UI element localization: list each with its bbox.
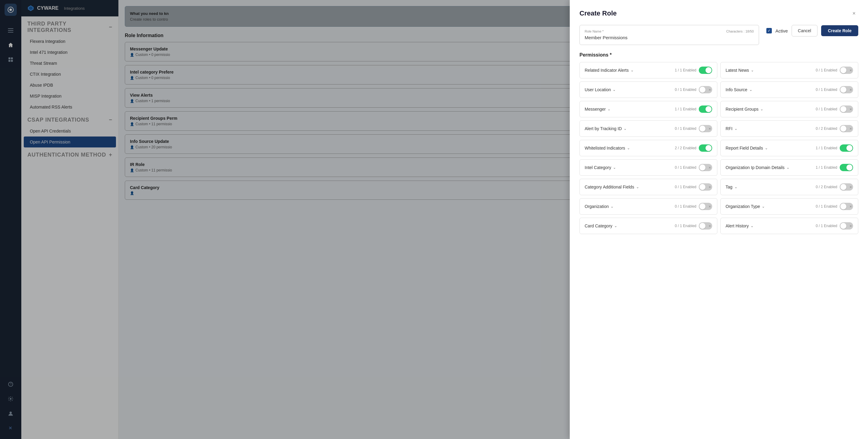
perm-right: 0 / 1 Enabled ✕ — [816, 105, 853, 113]
permission-item: Alert by Tracking ID ⌄ 0 / 1 Enabled ✕ — [580, 121, 717, 137]
perm-right: 0 / 1 Enabled ✕ — [675, 86, 712, 93]
perm-name: Organization — [585, 204, 609, 209]
chevron-down-icon[interactable]: ⌄ — [734, 185, 738, 189]
perm-toggle[interactable]: ✕ — [699, 125, 712, 132]
perm-right: 0 / 1 Enabled ✕ — [675, 203, 712, 210]
perm-name: Alert History — [725, 224, 749, 228]
chevron-down-icon[interactable]: ⌄ — [627, 146, 630, 150]
perm-count: 0 / 1 Enabled — [675, 185, 696, 189]
perm-toggle[interactable]: ✕ — [840, 105, 853, 113]
chevron-down-icon[interactable]: ⌄ — [611, 204, 614, 208]
perm-left: RFI ⌄ — [725, 126, 738, 131]
permission-item: Category Additional Fields ⌄ 0 / 1 Enabl… — [580, 179, 717, 195]
perm-count: 0 / 2 Enabled — [816, 127, 837, 131]
chevron-down-icon[interactable]: ⌄ — [765, 146, 768, 150]
chevron-down-icon[interactable]: ⌄ — [608, 107, 611, 111]
chevron-down-icon[interactable]: ⌄ — [630, 68, 634, 72]
perm-left: Intel Category ⌄ — [585, 165, 616, 170]
perm-count: 0 / 1 Enabled — [675, 127, 696, 131]
perm-count: 0 / 1 Enabled — [816, 88, 837, 92]
perm-count: 1 / 1 Enabled — [675, 107, 696, 111]
chevron-down-icon[interactable]: ⌄ — [749, 88, 752, 92]
create-role-button[interactable]: Create Role — [821, 25, 858, 36]
chevron-down-icon[interactable]: ⌄ — [751, 68, 754, 72]
perm-toggle[interactable] — [699, 144, 712, 152]
role-name-input[interactable] — [585, 35, 754, 40]
chevron-down-icon[interactable]: ⌄ — [750, 224, 753, 228]
active-checkbox[interactable]: ✓ — [766, 28, 772, 33]
perm-name: Messenger — [585, 107, 606, 111]
perm-left: Related Indicator Alerts ⌄ — [585, 68, 634, 73]
permission-item: RFI ⌄ 0 / 2 Enabled ✕ — [720, 121, 858, 137]
chevron-down-icon[interactable]: ⌄ — [614, 224, 617, 228]
perm-toggle[interactable] — [840, 144, 853, 152]
perm-left: Category Additional Fields ⌄ — [585, 184, 639, 190]
perm-right: 0 / 1 Enabled ✕ — [816, 67, 853, 74]
perm-name: Category Additional Fields — [585, 184, 634, 190]
role-name-chars: Characters : 18/50 — [726, 30, 754, 33]
perm-right: 0 / 1 Enabled ✕ — [816, 222, 853, 230]
perm-count: 0 / 1 Enabled — [816, 224, 837, 228]
permission-item: Info Source ⌄ 0 / 1 Enabled ✕ — [720, 81, 858, 98]
perm-name: Related Indicator Alerts — [585, 68, 629, 73]
cancel-button[interactable]: Cancel — [792, 25, 818, 36]
perm-left: Organization ⌄ — [585, 204, 614, 209]
chevron-down-icon[interactable]: ⌄ — [624, 127, 627, 131]
perm-name: Whitelisted Indicators — [585, 146, 625, 150]
chevron-down-icon[interactable]: ⌄ — [762, 204, 765, 208]
perm-right: 1 / 1 Enabled — [675, 105, 712, 113]
perm-right: 2 / 2 Enabled — [675, 144, 712, 152]
perm-name: Organization Ip Domain Details — [725, 165, 785, 170]
role-name-section: Role Name * Characters : 18/50 ✓ Active … — [580, 25, 858, 45]
perm-toggle[interactable]: ✕ — [840, 222, 853, 230]
perm-toggle[interactable]: ✕ — [840, 86, 853, 93]
perm-left: Tag ⌄ — [725, 184, 738, 190]
perm-count: 0 / 1 Enabled — [675, 88, 696, 92]
close-modal-button[interactable]: × — [850, 9, 858, 18]
modal-header: Create Role × — [580, 9, 858, 18]
perm-toggle[interactable] — [699, 67, 712, 74]
perm-right: 1 / 1 Enabled — [816, 164, 853, 171]
perm-toggle[interactable]: ✕ — [699, 203, 712, 210]
perm-toggle[interactable]: ✕ — [699, 164, 712, 171]
perm-name: Report Field Details — [725, 146, 763, 150]
perm-left: Organization Type ⌄ — [725, 204, 765, 209]
perm-right: 0 / 1 Enabled ✕ — [816, 86, 853, 93]
perm-toggle[interactable]: ✕ — [699, 86, 712, 93]
perm-count: 0 / 1 Enabled — [675, 165, 696, 170]
perm-toggle[interactable]: ✕ — [699, 183, 712, 191]
permission-item: Tag ⌄ 0 / 2 Enabled ✕ — [720, 179, 858, 195]
perm-toggle[interactable]: ✕ — [840, 67, 853, 74]
modal-title: Create Role — [580, 9, 617, 17]
perm-name: Alert by Tracking ID — [585, 126, 622, 131]
permission-item: Card Category ⌄ 0 / 1 Enabled ✕ — [580, 218, 717, 234]
perm-toggle[interactable]: ✕ — [840, 125, 853, 132]
perm-toggle[interactable]: ✕ — [699, 222, 712, 230]
chevron-down-icon[interactable]: ⌄ — [636, 185, 639, 189]
perm-toggle[interactable]: ✕ — [840, 183, 853, 191]
chevron-down-icon[interactable]: ⌄ — [734, 127, 738, 131]
chevron-down-icon[interactable]: ⌄ — [613, 88, 616, 92]
perm-count: 2 / 2 Enabled — [675, 146, 696, 150]
perm-left: Organization Ip Domain Details ⌄ — [725, 165, 789, 170]
chevron-down-icon[interactable]: ⌄ — [613, 165, 616, 170]
perm-count: 0 / 1 Enabled — [816, 107, 837, 111]
perm-toggle[interactable] — [699, 105, 712, 113]
chevron-down-icon[interactable]: ⌄ — [786, 165, 789, 170]
permission-item: Whitelisted Indicators ⌄ 2 / 2 Enabled — [580, 140, 717, 156]
permission-item: Organization ⌄ 0 / 1 Enabled ✕ — [580, 198, 717, 215]
permissions-label: Permissions * — [580, 52, 858, 58]
role-name-label: Role Name * — [585, 30, 603, 33]
perm-toggle[interactable]: ✕ — [840, 203, 853, 210]
perm-left: Alert History ⌄ — [725, 224, 753, 228]
active-section: ✓ Active Cancel Create Role — [766, 25, 858, 36]
chevron-down-icon[interactable]: ⌄ — [760, 107, 763, 111]
perm-count: 0 / 1 Enabled — [816, 68, 837, 72]
perm-left: Messenger ⌄ — [585, 107, 611, 111]
perm-right: 0 / 1 Enabled ✕ — [816, 203, 853, 210]
perm-left: Recipient Groups ⌄ — [725, 107, 763, 111]
perm-toggle[interactable] — [840, 164, 853, 171]
perm-left: Whitelisted Indicators ⌄ — [585, 146, 630, 150]
perm-right: 0 / 2 Enabled ✕ — [816, 183, 853, 191]
role-name-field: Role Name * Characters : 18/50 — [580, 25, 759, 45]
